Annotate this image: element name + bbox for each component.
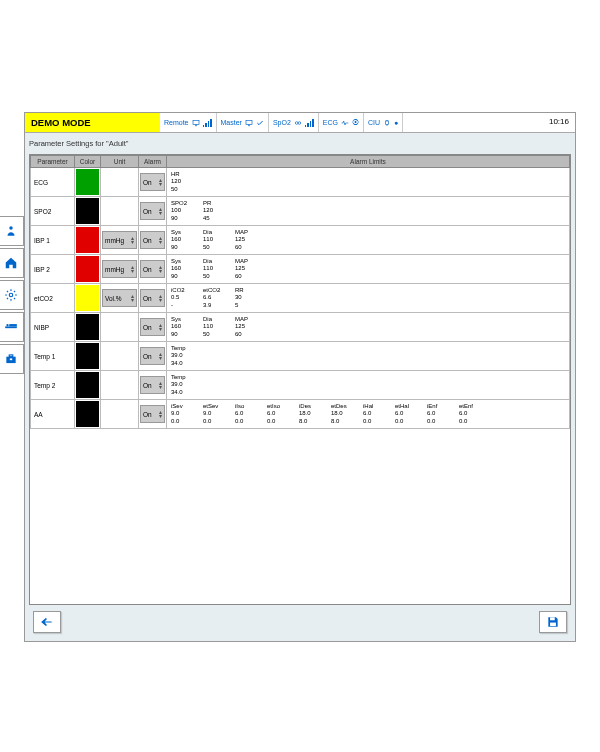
unit-selector[interactable]: mmHg▴▾: [102, 260, 137, 278]
col-color: Color: [75, 156, 101, 168]
color-cell[interactable]: [75, 284, 101, 313]
unit-value: mmHg: [105, 237, 124, 244]
limit-label: MAP: [235, 258, 253, 266]
table-row: Temp 1On▴▾Temp39.034.0: [31, 342, 570, 371]
limits-cell[interactable]: iCO20.5-etCO26.63.9RR305: [167, 284, 570, 313]
alarm-selector[interactable]: On▴▾: [140, 376, 165, 394]
alarm-value: On: [143, 295, 152, 302]
unit-cell[interactable]: Vol.%▴▾: [101, 284, 139, 313]
limit-low: 90: [171, 273, 189, 281]
limits-cell[interactable]: Sys16090Dia11050MAP12560: [167, 226, 570, 255]
limits-cell[interactable]: HR12050: [167, 168, 570, 197]
color-cell[interactable]: [75, 313, 101, 342]
sidebar-home-button[interactable]: [0, 248, 24, 278]
limits-cell[interactable]: Temp39.034.0: [167, 342, 570, 371]
stepper-arrows-icon: ▴▾: [159, 323, 162, 331]
limit-label: etIso: [267, 403, 285, 411]
limit-high: 0.5: [171, 294, 189, 302]
top-item-label: Remote: [164, 119, 189, 126]
save-button[interactable]: [539, 611, 567, 633]
main-area: Parameter Color Unit Alarm Alarm Limits …: [25, 154, 575, 641]
unit-value: Vol.%: [105, 295, 122, 302]
top-item-ciu[interactable]: CIU●: [364, 113, 403, 132]
top-item-label: Master: [221, 119, 242, 126]
limit-column: Sys16090: [171, 229, 189, 252]
color-cell[interactable]: [75, 197, 101, 226]
limit-label: etCO2: [203, 287, 221, 295]
limit-label: RR: [235, 287, 253, 295]
top-item-remote[interactable]: Remote: [160, 113, 217, 132]
limit-column: Dia11050: [203, 316, 221, 339]
svg-rect-11: [9, 355, 13, 357]
limit-label: etEnf: [459, 403, 477, 411]
color-cell[interactable]: [75, 400, 101, 429]
alarm-cell[interactable]: On▴▾: [139, 400, 167, 429]
limits-cell[interactable]: Temp39.034.0: [167, 371, 570, 400]
limit-low: 50: [203, 244, 221, 252]
limit-column: HR12050: [171, 171, 189, 194]
alarm-selector[interactable]: On▴▾: [140, 347, 165, 365]
unit-cell[interactable]: mmHg▴▾: [101, 226, 139, 255]
param-name: IBP 1: [31, 226, 75, 255]
limits-cell[interactable]: Sys16090Dia11050MAP12560: [167, 313, 570, 342]
unit-cell: [101, 313, 139, 342]
unit-selector[interactable]: Vol.%▴▾: [102, 289, 137, 307]
alarm-cell[interactable]: On▴▾: [139, 313, 167, 342]
alarm-value: On: [143, 237, 152, 244]
limit-high: 125: [235, 265, 253, 273]
stepper-arrows-icon: ▴▾: [159, 207, 162, 215]
sidebar-patient-button[interactable]: [0, 216, 24, 246]
alarm-cell[interactable]: On▴▾: [139, 371, 167, 400]
color-cell[interactable]: [75, 255, 101, 284]
alarm-cell[interactable]: On▴▾: [139, 197, 167, 226]
alarm-selector[interactable]: On▴▾: [140, 173, 165, 191]
limit-low: 60: [235, 244, 253, 252]
param-name: SPO2: [31, 197, 75, 226]
param-name: Temp 1: [31, 342, 75, 371]
limit-column: SPO210090: [171, 200, 189, 223]
top-item-label: ECG: [323, 119, 338, 126]
back-button[interactable]: [33, 611, 61, 633]
alarm-cell[interactable]: On▴▾: [139, 168, 167, 197]
limits-cell[interactable]: SPO210090PR12045: [167, 197, 570, 226]
limit-column: etCO26.63.9: [203, 287, 221, 310]
alarm-selector[interactable]: On▴▾: [140, 231, 165, 249]
table-row: NIBPOn▴▾Sys16090Dia11050MAP12560: [31, 313, 570, 342]
top-item-master[interactable]: Master: [217, 113, 269, 132]
limit-column: Sys16090: [171, 258, 189, 281]
limit-low: 90: [171, 331, 189, 339]
limit-low: 90: [171, 215, 189, 223]
parameter-table-wrap: Parameter Color Unit Alarm Alarm Limits …: [29, 154, 571, 605]
limit-high: 125: [235, 323, 253, 331]
alarm-selector[interactable]: On▴▾: [140, 260, 165, 278]
alarm-selector[interactable]: On▴▾: [140, 202, 165, 220]
unit-selector[interactable]: mmHg▴▾: [102, 231, 137, 249]
alarm-cell[interactable]: On▴▾: [139, 226, 167, 255]
color-cell[interactable]: [75, 168, 101, 197]
unit-cell[interactable]: mmHg▴▾: [101, 255, 139, 284]
unit-cell: [101, 400, 139, 429]
color-cell[interactable]: [75, 226, 101, 255]
limit-column: Temp39.034.0: [171, 374, 189, 397]
bottom-bar: [29, 605, 571, 637]
limit-high: 6.0: [459, 410, 477, 418]
top-item-ecg[interactable]: ECG⦿: [319, 113, 364, 132]
limits-cell[interactable]: iSev9.00.0etSev9.00.0iIso6.00.0etIso6.00…: [167, 400, 570, 429]
alarm-selector[interactable]: On▴▾: [140, 289, 165, 307]
limit-label: etHal: [395, 403, 413, 411]
top-item-spo2[interactable]: SpO2: [269, 113, 319, 132]
alarm-selector[interactable]: On▴▾: [140, 405, 165, 423]
color-cell[interactable]: [75, 342, 101, 371]
sidebar-settings-button[interactable]: [0, 280, 24, 310]
color-cell[interactable]: [75, 371, 101, 400]
limit-low: 50: [203, 273, 221, 281]
limits-cell[interactable]: Sys16090Dia11050MAP12560: [167, 255, 570, 284]
sidebar-bed-button[interactable]: [0, 312, 24, 342]
sidebar-records-button[interactable]: [0, 344, 24, 374]
alarm-cell[interactable]: On▴▾: [139, 284, 167, 313]
alarm-selector[interactable]: On▴▾: [140, 318, 165, 336]
alarm-cell[interactable]: On▴▾: [139, 255, 167, 284]
limit-high: 120: [171, 178, 189, 186]
limit-label: iSev: [171, 403, 189, 411]
alarm-cell[interactable]: On▴▾: [139, 342, 167, 371]
